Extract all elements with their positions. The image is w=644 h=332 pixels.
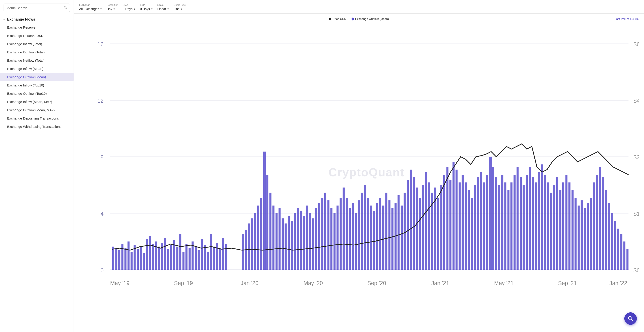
sidebar-item-exchange-reserve[interactable]: Exchange Reserve bbox=[0, 23, 74, 31]
svg-rect-39 bbox=[152, 244, 154, 270]
svg-rect-140 bbox=[474, 185, 476, 270]
svg-rect-72 bbox=[266, 175, 268, 270]
exchange-flows-section[interactable]: ▼ Exchange Flows bbox=[0, 16, 74, 23]
svg-text:$45K: $45K bbox=[634, 98, 639, 104]
svg-text:8: 8 bbox=[100, 154, 104, 161]
svg-text:16: 16 bbox=[97, 41, 104, 47]
svg-rect-112 bbox=[388, 200, 390, 270]
svg-rect-40 bbox=[155, 242, 157, 270]
svg-rect-159 bbox=[532, 177, 534, 270]
sidebar: ▼ Exchange Flows Exchange ReserveExchang… bbox=[0, 0, 74, 332]
svg-rect-152 bbox=[510, 182, 512, 270]
sidebar-item-exchange-inflow-mean-ma7[interactable]: Exchange Inflow (Mean, MA7) bbox=[0, 98, 74, 106]
sma-dropdown[interactable]: 0 Days ▼ bbox=[123, 7, 136, 11]
ema-dropdown[interactable]: 0 Days ▼ bbox=[140, 7, 153, 11]
scale-selector[interactable]: Scale Linear ▼ bbox=[158, 3, 169, 11]
search-input[interactable] bbox=[6, 6, 64, 10]
svg-text:May '20: May '20 bbox=[304, 280, 323, 286]
svg-rect-50 bbox=[186, 244, 188, 270]
chart-type-selector[interactable]: Chart Type Line ▼ bbox=[174, 3, 186, 11]
search-fab-icon bbox=[628, 316, 634, 322]
svg-rect-119 bbox=[410, 169, 412, 270]
svg-rect-75 bbox=[276, 213, 278, 270]
svg-rect-101 bbox=[355, 213, 357, 270]
chart-area: Price USD Exchange Outflow (Mean) Last V… bbox=[74, 14, 644, 332]
sidebar-item-exchange-outflow-top10[interactable]: Exchange Outflow (Top10) bbox=[0, 89, 74, 98]
svg-rect-113 bbox=[392, 208, 394, 270]
svg-rect-182 bbox=[602, 177, 604, 270]
svg-rect-187 bbox=[618, 229, 620, 270]
svg-rect-69 bbox=[257, 205, 259, 270]
svg-rect-135 bbox=[458, 182, 460, 270]
svg-rect-51 bbox=[188, 248, 190, 270]
resolution-selector[interactable]: Resolution Day ▼ bbox=[107, 3, 118, 11]
search-icon bbox=[64, 5, 67, 10]
svg-rect-155 bbox=[520, 177, 522, 270]
sidebar-item-exchange-reserve-usd[interactable]: Exchange Reserve USD bbox=[0, 31, 74, 40]
svg-rect-70 bbox=[260, 198, 262, 270]
sidebar-item-exchange-netflow-total[interactable]: Exchange Netflow (Total) bbox=[0, 56, 74, 65]
svg-rect-177 bbox=[587, 203, 589, 270]
ema-label: EMA bbox=[140, 3, 153, 6]
sidebar-item-exchange-outflow-mean[interactable]: Exchange Outflow (Mean) bbox=[0, 73, 74, 81]
svg-rect-107 bbox=[373, 211, 375, 270]
svg-rect-144 bbox=[486, 175, 488, 270]
svg-rect-148 bbox=[498, 185, 500, 270]
sidebar-item-exchange-outflow-total[interactable]: Exchange Outflow (Total) bbox=[0, 48, 74, 56]
svg-rect-86 bbox=[309, 213, 311, 270]
sidebar-item-exchange-inflow-mean[interactable]: Exchange Inflow (Mean) bbox=[0, 65, 74, 73]
svg-rect-43 bbox=[164, 238, 166, 270]
svg-rect-28 bbox=[118, 250, 120, 270]
svg-rect-121 bbox=[416, 187, 418, 270]
exchange-value: All Exchanges bbox=[79, 7, 99, 11]
ema-value: 0 Days bbox=[140, 7, 150, 11]
sidebar-item-exchange-withdrawing-transactions[interactable]: Exchange Withdrawing Transactions bbox=[0, 122, 74, 131]
sidebar-item-exchange-inflow-top10[interactable]: Exchange Inflow (Top10) bbox=[0, 81, 74, 89]
svg-rect-139 bbox=[471, 198, 473, 270]
svg-rect-170 bbox=[566, 175, 568, 270]
sma-chevron-icon: ▼ bbox=[133, 8, 136, 10]
svg-rect-138 bbox=[468, 190, 470, 270]
sidebar-item-exchange-depositing-transactions[interactable]: Exchange Depositing Transactions bbox=[0, 114, 74, 122]
svg-rect-105 bbox=[367, 198, 369, 270]
scale-chevron-icon: ▼ bbox=[167, 8, 169, 10]
toolbar: Exchange All Exchanges ▼ Resolution Day … bbox=[74, 0, 644, 14]
svg-rect-178 bbox=[590, 198, 592, 270]
sma-label: SMA bbox=[123, 3, 136, 6]
svg-rect-37 bbox=[146, 239, 148, 270]
resolution-dropdown[interactable]: Day ▼ bbox=[107, 7, 118, 11]
exchange-selector[interactable]: Exchange All Exchanges ▼ bbox=[79, 3, 102, 11]
svg-rect-174 bbox=[578, 205, 580, 270]
search-box[interactable] bbox=[4, 3, 70, 12]
svg-rect-176 bbox=[584, 208, 586, 270]
nav-list: Exchange ReserveExchange Reserve USDExch… bbox=[0, 23, 74, 131]
svg-rect-100 bbox=[352, 203, 354, 270]
svg-rect-67 bbox=[251, 218, 253, 270]
svg-rect-87 bbox=[312, 218, 314, 270]
ema-selector[interactable]: EMA 0 Days ▼ bbox=[140, 3, 153, 11]
section-label: Exchange Flows bbox=[7, 17, 35, 21]
svg-rect-109 bbox=[379, 198, 381, 270]
svg-rect-41 bbox=[158, 247, 160, 270]
svg-rect-157 bbox=[526, 175, 528, 270]
svg-rect-80 bbox=[291, 221, 293, 270]
sidebar-item-exchange-inflow-total[interactable]: Exchange Inflow (Total) bbox=[0, 40, 74, 48]
search-fab[interactable] bbox=[624, 312, 637, 325]
svg-rect-137 bbox=[464, 182, 466, 270]
legend-price: Price USD bbox=[329, 17, 346, 20]
svg-rect-49 bbox=[182, 252, 184, 270]
svg-rect-179 bbox=[593, 182, 595, 270]
exchange-dropdown[interactable]: All Exchanges ▼ bbox=[79, 7, 102, 11]
svg-rect-34 bbox=[137, 249, 139, 270]
scale-dropdown[interactable]: Linear ▼ bbox=[158, 7, 169, 11]
chart-type-dropdown[interactable]: Line ▼ bbox=[174, 7, 186, 11]
svg-rect-183 bbox=[605, 190, 607, 270]
svg-text:$30K: $30K bbox=[634, 154, 639, 161]
chevron-down-icon: ▼ bbox=[3, 18, 5, 21]
svg-rect-89 bbox=[318, 203, 320, 270]
sidebar-item-exchange-outflow-mean-ma7[interactable]: Exchange Outflow (Mean, MA7) bbox=[0, 106, 74, 114]
svg-rect-111 bbox=[386, 193, 388, 270]
svg-rect-184 bbox=[608, 203, 610, 270]
sma-selector[interactable]: SMA 0 Days ▼ bbox=[123, 3, 136, 11]
svg-rect-26 bbox=[112, 247, 114, 270]
